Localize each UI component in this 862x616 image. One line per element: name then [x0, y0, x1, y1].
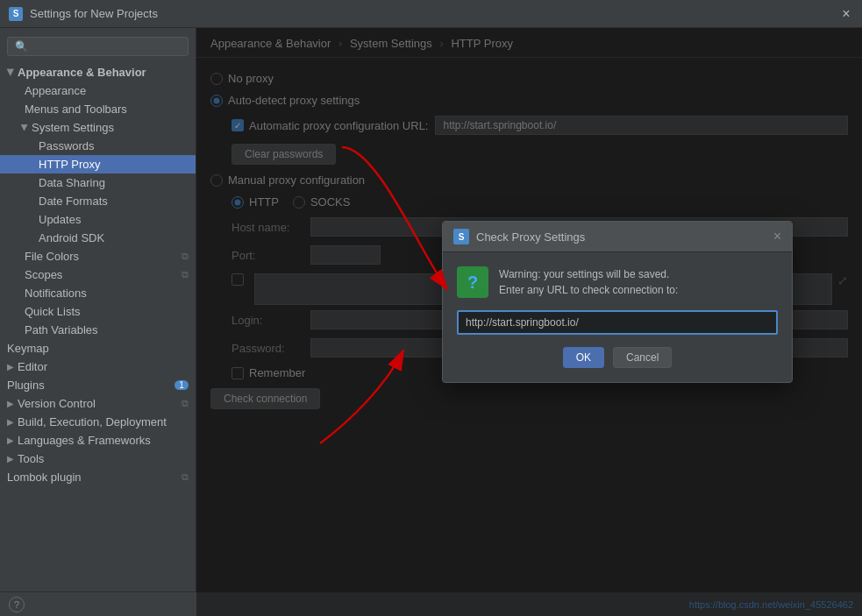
sidebar-item-path-variables[interactable]: Path Variables [0, 321, 196, 339]
content-area: Appearance & Behavior › System Settings … [196, 28, 862, 616]
sidebar-label: Data Sharing [39, 176, 105, 189]
expand-icon: ▶ [7, 399, 14, 408]
sidebar-label: HTTP Proxy [39, 158, 101, 171]
sidebar-label: Appearance & Behavior [18, 66, 146, 79]
dialog-cancel-button[interactable]: Cancel [613, 347, 672, 368]
sidebar-label: Lombok plugin [7, 471, 82, 484]
dialog-body: ? Warning: your settings will be saved. … [443, 252, 792, 382]
sidebar-item-appearance[interactable]: Appearance [0, 81, 196, 100]
sidebar-label: Tools [18, 452, 44, 465]
expand-icon: ▶ [7, 362, 14, 372]
sidebar-label: Android SDK [39, 231, 104, 244]
expand-icon: ▶ [7, 417, 14, 427]
dialog-buttons: OK Cancel [457, 347, 778, 368]
sidebar-label: Scopes [25, 268, 62, 281]
help-icon: ? [14, 599, 19, 610]
sidebar-label: Build, Execution, Deployment [18, 415, 167, 428]
close-button[interactable]: × [839, 7, 853, 21]
check-proxy-dialog: S Check Proxy Settings × ? Warning: your… [442, 221, 793, 383]
search-box[interactable] [7, 37, 189, 56]
app-icon: S [9, 7, 23, 21]
sidebar-label: Version Control [18, 397, 96, 410]
window-title: Settings for New Projects [30, 7, 839, 20]
sidebar-item-http-proxy[interactable]: HTTP Proxy [0, 155, 196, 173]
dialog-overlay: S Check Proxy Settings × ? Warning: your… [196, 28, 862, 616]
sidebar-label: Passwords [39, 139, 95, 152]
sidebar-item-date-formats[interactable]: Date Formats [0, 192, 196, 210]
sidebar-item-updates[interactable]: Updates [0, 210, 196, 229]
sidebar-item-plugins[interactable]: Plugins 1 [0, 376, 196, 394]
expand-icon: ▶ [20, 124, 30, 131]
dialog-app-icon: S [453, 229, 469, 244]
sidebar-item-appearance-behavior[interactable]: ▶ Appearance & Behavior [0, 63, 196, 81]
copy-icon: ⧉ [182, 398, 189, 409]
sidebar-item-editor[interactable]: ▶ Editor [0, 358, 196, 376]
sidebar: ▶ Appearance & Behavior Appearance Menus… [0, 28, 196, 616]
sidebar-label: Updates [39, 213, 81, 226]
sidebar-item-notifications[interactable]: Notifications [0, 284, 196, 302]
sidebar-item-system-settings[interactable]: ▶ System Settings [0, 118, 196, 137]
sidebar-label: Plugins [7, 379, 45, 392]
warning-line1: Warning: your settings will be saved. [499, 266, 678, 282]
sidebar-label: System Settings [32, 121, 114, 134]
warning-icon: ? [457, 266, 488, 298]
sidebar-label: Menus and Toolbars [25, 103, 127, 116]
sidebar-label: File Colors [25, 250, 79, 263]
sidebar-item-passwords[interactable]: Passwords [0, 137, 196, 155]
sidebar-item-scopes[interactable]: Scopes ⧉ [0, 266, 196, 284]
sidebar-item-version-control[interactable]: ▶ Version Control ⧉ [0, 394, 196, 413]
sidebar-label: Appearance [25, 84, 86, 97]
sidebar-item-android-sdk[interactable]: Android SDK [0, 229, 196, 247]
sidebar-item-data-sharing[interactable]: Data Sharing [0, 173, 196, 192]
sidebar-label: Date Formats [39, 195, 108, 208]
help-button[interactable]: ? [9, 597, 25, 612]
main-container: ▶ Appearance & Behavior Appearance Menus… [0, 28, 862, 616]
sidebar-item-languages-frameworks[interactable]: ▶ Languages & Frameworks [0, 431, 196, 450]
dialog-title: Check Proxy Settings [476, 230, 773, 244]
sidebar-item-build-execution[interactable]: ▶ Build, Execution, Deployment [0, 413, 196, 431]
copy-icon: ⧉ [182, 269, 189, 280]
expand-icon: ▶ [7, 435, 14, 445]
sidebar-item-keymap[interactable]: Keymap [0, 339, 196, 358]
warning-text: Warning: your settings will be saved. En… [499, 266, 678, 298]
sidebar-label: Path Variables [25, 323, 98, 336]
titlebar: S Settings for New Projects × [0, 0, 862, 28]
sidebar-item-file-colors[interactable]: File Colors ⧉ [0, 247, 196, 266]
search-input[interactable] [15, 40, 181, 53]
plugins-badge: 1 [175, 380, 189, 390]
dialog-titlebar: S Check Proxy Settings × [443, 222, 792, 252]
sidebar-label: Notifications [25, 287, 87, 300]
dialog-warning: ? Warning: your settings will be saved. … [457, 266, 778, 298]
sidebar-label: Editor [18, 360, 47, 373]
sidebar-item-tools[interactable]: ▶ Tools [0, 450, 196, 468]
dialog-ok-button[interactable]: OK [563, 347, 604, 368]
warning-line2: Enter any URL to check connection to: [499, 282, 678, 298]
sidebar-item-quick-lists[interactable]: Quick Lists [0, 302, 196, 321]
dialog-url-input[interactable] [457, 310, 778, 335]
expand-icon: ▶ [6, 69, 16, 76]
sidebar-label: Quick Lists [25, 305, 81, 318]
sidebar-item-lombok-plugin[interactable]: Lombok plugin ⧉ [0, 468, 196, 486]
sidebar-item-menus-toolbars[interactable]: Menus and Toolbars [0, 100, 196, 118]
copy-icon: ⧉ [182, 471, 189, 483]
dialog-close-button[interactable]: × [773, 230, 781, 244]
sidebar-label: Languages & Frameworks [18, 434, 151, 447]
copy-icon: ⧉ [182, 251, 189, 262]
expand-icon: ▶ [7, 454, 14, 464]
sidebar-label: Keymap [7, 342, 49, 355]
